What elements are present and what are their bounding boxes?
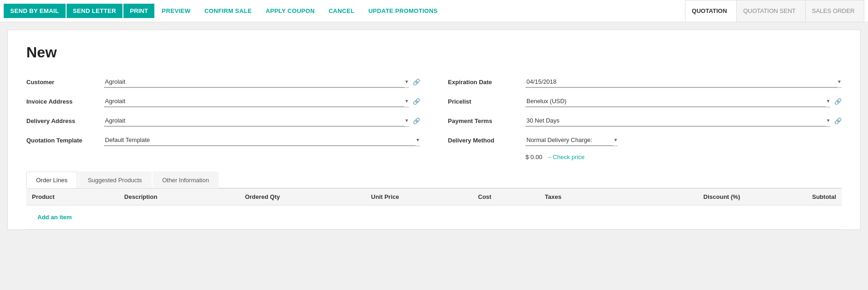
expiration-date-row: Expiration Date ▼ <box>448 74 842 90</box>
payment-terms-select-wrap: ▼ <box>526 115 831 127</box>
expiration-date-select-wrap: ▼ <box>526 76 842 88</box>
expiration-date-input[interactable] <box>526 76 837 87</box>
col-cost: Cost <box>472 189 539 205</box>
customer-input[interactable] <box>104 76 404 87</box>
delivery-price-row: $ 0.00 Check price <box>526 154 842 160</box>
pricelist-field-wrap: ▼ 🔗 <box>526 96 842 107</box>
invoice-address-dropdown-arrow: ▼ <box>404 99 409 104</box>
quotation-template-input[interactable] <box>104 135 416 146</box>
customer-select-wrap: ▼ <box>104 76 409 88</box>
form-card: New Customer ▼ 🔗 Invoice Address <box>7 30 861 230</box>
payment-terms-row: Payment Terms ▼ 🔗 <box>448 113 842 129</box>
payment-terms-input[interactable] <box>526 115 826 126</box>
check-price-link[interactable]: Check price <box>546 154 585 160</box>
quotation-template-row: Quotation Template ▼ <box>26 132 420 148</box>
payment-terms-dropdown-arrow: ▼ <box>826 118 831 123</box>
form-grid: Customer ▼ 🔗 Invoice Address <box>26 74 842 160</box>
expiration-date-dropdown-arrow: ▼ <box>837 79 842 84</box>
customer-row: Customer ▼ 🔗 <box>26 74 420 90</box>
customer-dropdown-arrow: ▼ <box>404 79 409 84</box>
delivery-address-label: Delivery Address <box>26 117 100 124</box>
invoice-address-ext-link-icon[interactable]: 🔗 <box>413 98 420 105</box>
delivery-method-label: Delivery Method <box>448 137 522 144</box>
pricelist-label: Pricelist <box>448 98 522 105</box>
toolbar: SEND BY EMAIL SEND LETTER PRINT PREVIEW … <box>0 0 868 22</box>
cancel-button[interactable]: CANCEL <box>322 4 361 18</box>
delivery-method-select-wrap: ▼ <box>526 135 618 146</box>
delivery-method-input[interactable] <box>526 135 613 146</box>
expiration-date-label: Expiration Date <box>448 79 522 86</box>
invoice-address-input[interactable] <box>104 96 404 107</box>
col-taxes: Taxes <box>539 189 615 205</box>
payment-terms-ext-link-icon[interactable]: 🔗 <box>834 117 842 124</box>
print-button[interactable]: PRINT <box>123 4 154 18</box>
order-table: Product Description Ordered Qty Unit Pri… <box>26 188 842 229</box>
customer-ext-link-icon[interactable]: 🔗 <box>413 79 420 86</box>
expiration-date-field-wrap: ▼ <box>526 76 842 88</box>
delivery-method-select-row: ▼ <box>526 135 618 146</box>
confirm-sale-button[interactable]: CONFIRM SALE <box>198 4 258 18</box>
apply-coupon-button[interactable]: APPLY COUPON <box>259 4 321 18</box>
delivery-address-row: Delivery Address ▼ 🔗 <box>26 113 420 129</box>
tabs-bar: Order Lines Suggested Products Other Inf… <box>26 172 842 188</box>
delivery-method-field-wrap: ▼ <box>526 135 842 146</box>
status-quotation-sent[interactable]: QUOTATION SENT <box>736 0 805 22</box>
delivery-address-dropdown-arrow: ▼ <box>404 118 409 123</box>
col-product: Product <box>26 189 119 205</box>
col-description: Description <box>119 189 239 205</box>
delivery-address-input[interactable] <box>104 115 404 126</box>
delivery-price-value: $ 0.00 <box>526 154 542 160</box>
table-body: Add an item <box>26 205 842 229</box>
payment-terms-label: Payment Terms <box>448 117 522 124</box>
payment-terms-field-wrap: ▼ 🔗 <box>526 115 842 127</box>
pricelist-input[interactable] <box>526 96 826 107</box>
send-letter-button[interactable]: SEND LETTER <box>67 4 123 18</box>
delivery-method-row: Delivery Method ▼ <box>448 132 842 148</box>
delivery-method-dropdown-arrow: ▼ <box>613 137 618 142</box>
form-title: New <box>26 44 842 61</box>
invoice-address-row: Invoice Address ▼ 🔗 <box>26 93 420 109</box>
status-quotation[interactable]: QUOTATION <box>685 0 736 22</box>
status-sales-order[interactable]: SALES ORDER <box>805 0 864 22</box>
tab-other-information[interactable]: Other Information <box>153 172 219 188</box>
col-subtotal: Subtotal <box>746 189 842 205</box>
form-right-section: Expiration Date ▼ Pricelist ▼ <box>448 74 842 160</box>
preview-button[interactable]: PREVIEW <box>155 4 197 18</box>
send-by-email-button[interactable]: SEND BY EMAIL <box>4 4 66 18</box>
tab-suggested-products[interactable]: Suggested Products <box>78 172 152 188</box>
invoice-address-field-wrap: ▼ 🔗 <box>104 96 420 107</box>
add-item-link[interactable]: Add an item <box>32 209 77 225</box>
delivery-address-ext-link-icon[interactable]: 🔗 <box>413 117 420 124</box>
quotation-template-select-wrap: ▼ <box>104 135 420 146</box>
col-ordered-qty: Ordered Qty <box>239 189 366 205</box>
quotation-template-label: Quotation Template <box>26 137 100 144</box>
invoice-address-select-wrap: ▼ <box>104 96 409 107</box>
pricelist-ext-link-icon[interactable]: 🔗 <box>834 98 842 105</box>
add-item-cell: Add an item <box>26 205 842 229</box>
status-steps: QUOTATION QUOTATION SENT SALES ORDER <box>685 0 864 22</box>
quotation-template-field-wrap: ▼ <box>104 135 420 146</box>
pricelist-row: Pricelist ▼ 🔗 <box>448 93 842 109</box>
delivery-address-select-wrap: ▼ <box>104 115 409 127</box>
table-header: Product Description Ordered Qty Unit Pri… <box>26 189 842 205</box>
delivery-address-field-wrap: ▼ 🔗 <box>104 115 420 127</box>
customer-label: Customer <box>26 79 100 86</box>
quotation-template-dropdown-arrow: ▼ <box>416 137 420 142</box>
customer-field-wrap: ▼ 🔗 <box>104 76 420 88</box>
invoice-address-label: Invoice Address <box>26 98 100 105</box>
main-content: New Customer ▼ 🔗 Invoice Address <box>0 22 868 290</box>
col-discount: Discount (%) <box>615 189 746 205</box>
form-left-section: Customer ▼ 🔗 Invoice Address <box>26 74 420 160</box>
pricelist-dropdown-arrow: ▼ <box>826 99 831 104</box>
table-section: Product Description Ordered Qty Unit Pri… <box>26 188 842 229</box>
add-item-row: Add an item <box>26 205 842 229</box>
pricelist-select-wrap: ▼ <box>526 96 831 107</box>
col-unit-price: Unit Price <box>366 189 472 205</box>
tab-order-lines[interactable]: Order Lines <box>26 172 77 188</box>
update-promotions-button[interactable]: UPDATE PROMOTIONS <box>362 4 444 18</box>
